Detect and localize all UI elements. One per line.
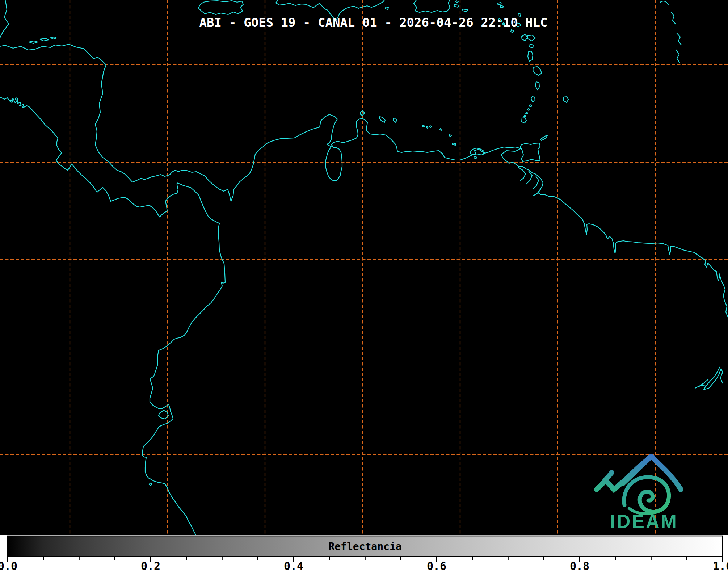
tick-label: 0.4	[284, 560, 303, 571]
ideam-logo-text: IDEAM	[610, 511, 678, 532]
tick-label: 0.0	[0, 560, 17, 571]
colorbar: 0.00.20.40.60.81.0Reflectancia	[0, 535, 728, 571]
colorbar-tick-labels: 0.00.20.40.60.81.0	[0, 560, 728, 571]
satellite-image-figure: IDEAM ABI - GOES 19 - CANAL 01 - 2026-04…	[0, 0, 728, 571]
map-title: ABI - GOES 19 - CANAL 01 - 2026-04-26 22…	[9, 15, 728, 30]
map-canvas: IDEAM	[0, 0, 728, 535]
satellite-map: IDEAM ABI - GOES 19 - CANAL 01 - 2026-04…	[0, 0, 728, 535]
tick-label: 1.0	[713, 560, 728, 571]
tick-label: 0.8	[570, 560, 589, 571]
colorbar-canvas: 0.00.20.40.60.81.0Reflectancia	[0, 535, 728, 571]
colorbar-title: Reflectancia	[328, 541, 401, 553]
tick-label: 0.2	[141, 560, 160, 571]
tick-label: 0.6	[427, 560, 446, 571]
colorbar-ticks	[8, 557, 723, 562]
